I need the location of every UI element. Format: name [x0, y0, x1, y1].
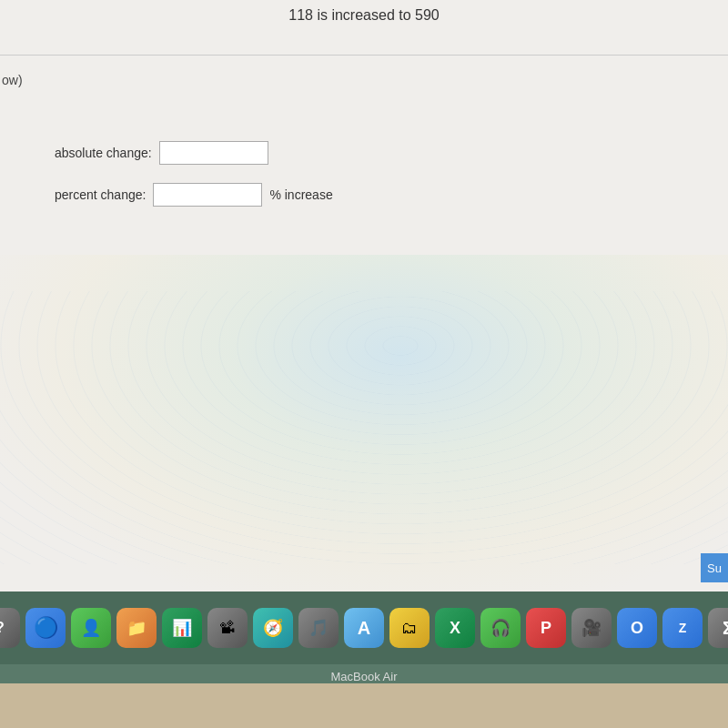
side-label: ow) [2, 73, 23, 87]
mail-icon: 📁 [126, 618, 147, 638]
spotify-icon: 🎧 [490, 618, 511, 638]
dock-icon-music[interactable]: 🎵 [298, 608, 339, 648]
absolute-change-row: absolute change: [55, 141, 333, 165]
sigma-icon: Σ [723, 618, 728, 639]
desktop-bottom [0, 683, 728, 728]
zoom-icon: Z [679, 621, 687, 635]
dock-icon-numbers[interactable]: 📊 [162, 608, 202, 648]
dock-icon-safari[interactable]: 🧭 [253, 608, 293, 648]
powerpoint-icon: P [541, 619, 551, 638]
numbers-icon: 📊 [172, 618, 192, 638]
dock-icon-contacts[interactable]: 👤 [71, 608, 111, 648]
dock-icon-question[interactable]: ? [0, 608, 20, 648]
dock-bar: ? 🔵 👤 📁 📊 📽 🧭 🎵 A 🗂 X [0, 592, 728, 664]
contacts-icon: 👤 [81, 618, 101, 638]
dock-icon-sigma[interactable]: Σ [708, 608, 728, 648]
percent-change-row: percent change: % increase [55, 183, 333, 207]
form-area: absolute change: percent change: % incre… [55, 141, 333, 225]
appstore-icon: A [358, 618, 370, 639]
dock-icon-facetime[interactable]: 🎥 [571, 608, 612, 648]
wave-decoration-2 [0, 291, 728, 564]
divider [0, 55, 728, 56]
percent-suffix: % increase [269, 187, 332, 202]
absolute-change-input[interactable] [159, 141, 268, 165]
percent-change-input[interactable] [153, 183, 262, 207]
wave-decoration [0, 255, 728, 592]
macbook-label: MacBook Air [0, 664, 728, 683]
files-icon: 🗂 [401, 619, 418, 638]
dock-icon-spotify[interactable]: 🎧 [480, 608, 521, 648]
dock-icon-outlook[interactable]: O [617, 608, 657, 648]
excel-icon: X [450, 619, 460, 638]
dock-icon-mail[interactable]: 📁 [116, 608, 157, 648]
dock-icon-powerpoint[interactable]: P [526, 608, 566, 648]
dock-icon-appstore[interactable]: A [344, 608, 384, 648]
absolute-change-label: absolute change: [55, 146, 152, 160]
finder-icon: 🔵 [34, 616, 58, 640]
percent-change-label: percent change: [55, 187, 146, 202]
main-content-area: 118 is increased to 590 ow) absolute cha… [0, 0, 728, 592]
dock-icon-excel[interactable]: X [435, 608, 475, 648]
dock-area: ? 🔵 👤 📁 📊 📽 🧭 🎵 A 🗂 X [0, 592, 728, 728]
keynote-icon: 📽 [219, 619, 236, 638]
safari-icon: 🧭 [263, 618, 283, 638]
dock-icon-keynote[interactable]: 📽 [207, 608, 248, 648]
page-title: 118 is increased to 590 [0, 7, 728, 24]
facetime-icon: 🎥 [581, 618, 602, 638]
music-icon: 🎵 [308, 618, 329, 638]
dock-icon-files[interactable]: 🗂 [389, 608, 430, 648]
question-icon: ? [0, 620, 5, 636]
outlook-icon: O [631, 619, 643, 638]
dock-icon-finder[interactable]: 🔵 [25, 608, 66, 648]
dock-icon-zoom[interactable]: Z [662, 608, 703, 648]
submit-button[interactable]: Su [701, 553, 728, 582]
